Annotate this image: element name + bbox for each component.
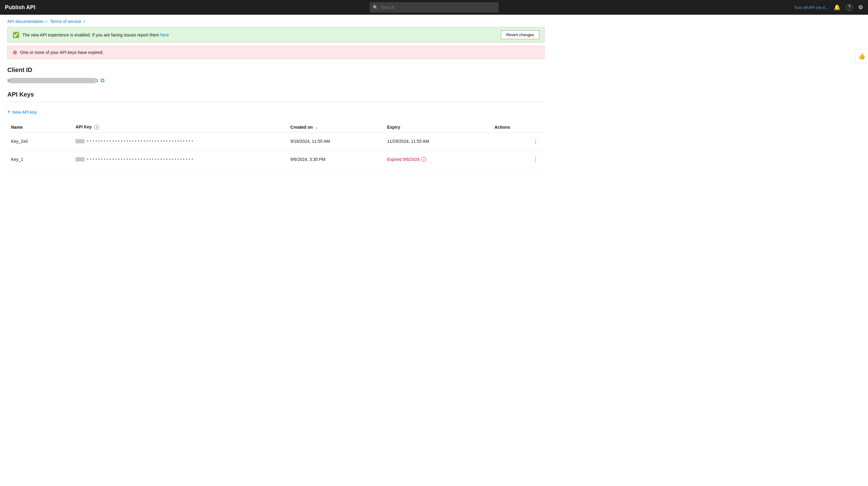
created-on-cell-2: 9/6/2024, 3:30 PM: [287, 151, 383, 168]
success-icon: ✅: [12, 32, 19, 38]
actions-cell-1: ⋮: [491, 132, 545, 151]
success-alert-text: The new API experience is enabled. If yo…: [22, 32, 169, 37]
table-header-row: Name API Key i Created on ↓ Expiry Actio…: [7, 122, 545, 132]
api-key-prefix-mask-2: [75, 157, 85, 161]
key-value-cell-2: ••••••••••••••••••••••••••••••••••••••: [72, 151, 287, 168]
api-keys-title: API Keys: [7, 91, 545, 98]
sort-icon[interactable]: ↓: [315, 125, 317, 130]
created-on-cell-1: 9/18/2024, 11:55 AM: [287, 132, 383, 151]
api-key-display-1: ••••••••••••••••••••••••••••••••••••••: [75, 139, 283, 143]
more-actions-button-1[interactable]: ⋮: [530, 137, 541, 146]
main-content: API documentation ↗ Terms of service ↗ ✅…: [0, 15, 552, 176]
page-title: Publish API: [5, 4, 35, 11]
section-divider: [7, 102, 545, 102]
topbar-right-text: Turn off API cre d...: [794, 5, 828, 10]
more-actions-button-2[interactable]: ⋮: [530, 155, 541, 164]
table-row: Key_2x0 ••••••••••••••••••••••••••••••••…: [7, 132, 545, 151]
feedback-button[interactable]: 👍: [855, 49, 868, 63]
expired-text: Expired 9/6/2024 i: [387, 157, 487, 162]
client-id-suffix: 3: [96, 78, 98, 83]
client-id-title: Client ID: [7, 66, 545, 73]
col-header-expiry: Expiry: [383, 122, 491, 132]
expired-info-icon[interactable]: i: [421, 157, 426, 162]
key-name-cell: Key_2x0: [7, 132, 72, 151]
search-container: 🔍: [370, 2, 499, 12]
topbar: Publish API 🔍 Turn off API cre d... 🔔 ? …: [0, 0, 868, 15]
external-link-icon-2: ↗: [83, 20, 85, 24]
topbar-actions: Turn off API cre d... 🔔 ? ⚙: [794, 4, 863, 11]
search-input[interactable]: [370, 2, 499, 12]
error-icon: ⊗: [12, 49, 17, 56]
search-icon: 🔍: [373, 5, 378, 10]
api-key-prefix-mask-1: [75, 139, 85, 143]
client-id-value: 93: [7, 78, 98, 83]
api-documentation-link[interactable]: API documentation ↗: [7, 19, 48, 24]
key-value-cell: ••••••••••••••••••••••••••••••••••••••: [72, 132, 287, 151]
api-key-info-icon[interactable]: i: [94, 125, 99, 130]
client-id-prefix: 9: [7, 78, 10, 83]
expiry-cell-1: 11/29/2024, 11:55 AM: [383, 132, 491, 151]
key-name-cell-2: Key_1: [7, 151, 72, 168]
col-header-api-key: API Key i: [72, 122, 287, 132]
actions-cell-2: ⋮: [491, 151, 545, 168]
api-key-dots-1: ••••••••••••••••••••••••••••••••••••••: [87, 139, 194, 143]
success-alert: ✅ The new API experience is enabled. If …: [7, 27, 545, 42]
settings-icon[interactable]: ⚙: [858, 4, 863, 11]
new-api-key-button[interactable]: + New API key: [7, 107, 37, 117]
error-alert-text: One or more of your API keys have expire…: [20, 50, 104, 55]
client-id-masked: [10, 78, 96, 83]
client-id-section: Client ID 93 ⧉: [7, 66, 545, 84]
api-keys-section: API Keys + New API key Name API Key i Cr…: [7, 91, 545, 168]
col-header-name: Name: [7, 122, 72, 132]
expiry-cell-2: Expired 9/6/2024 i: [383, 151, 491, 168]
client-id-display: 93 ⧉: [7, 77, 545, 84]
breadcrumb: API documentation ↗ Terms of service ↗: [7, 15, 545, 27]
bell-icon[interactable]: 🔔: [834, 4, 840, 11]
help-icon[interactable]: ?: [846, 4, 853, 11]
table-row: Key_1 ••••••••••••••••••••••••••••••••••…: [7, 151, 545, 168]
terms-of-service-link[interactable]: Terms of service ↗: [50, 19, 85, 24]
revert-changes-button[interactable]: Revert changes: [501, 30, 539, 39]
col-header-created-on: Created on ↓: [287, 122, 383, 132]
plus-icon: +: [7, 109, 11, 115]
copy-icon[interactable]: ⧉: [100, 77, 104, 84]
error-alert: ⊗ One or more of your API keys have expi…: [7, 46, 545, 59]
alert-here-link[interactable]: here: [160, 32, 169, 37]
api-key-display-2: ••••••••••••••••••••••••••••••••••••••: [75, 157, 283, 161]
api-key-dots-2: ••••••••••••••••••••••••••••••••••••••: [87, 157, 194, 161]
external-link-icon-1: ↗: [45, 20, 48, 24]
col-header-actions: Actions: [491, 122, 545, 132]
api-keys-table: Name API Key i Created on ↓ Expiry Actio…: [7, 122, 545, 168]
